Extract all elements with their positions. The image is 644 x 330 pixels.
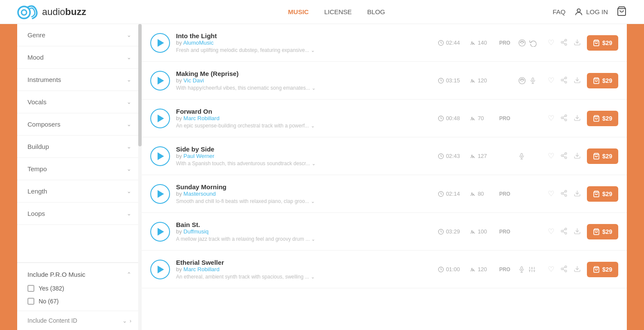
- expand-icon[interactable]: ⌄: [312, 161, 316, 167]
- track-bpm: 70: [470, 115, 493, 121]
- play-button[interactable]: [150, 109, 170, 128]
- pro-panel: Include P.R.O Music ⌃ Yes (382) No (67): [17, 262, 142, 311]
- chevron-down-icon: ⌄: [127, 54, 131, 61]
- like-button[interactable]: ♡: [548, 189, 554, 198]
- filter-mood[interactable]: Mood ⌄: [17, 46, 142, 69]
- share-button[interactable]: [560, 265, 568, 274]
- filter-vocals[interactable]: Vocals ⌄: [17, 91, 142, 113]
- pro-yes-option[interactable]: Yes (382): [27, 285, 131, 292]
- expand-icon[interactable]: ⌄: [312, 85, 316, 91]
- download-button[interactable]: [574, 227, 581, 236]
- svg-point-24: [565, 115, 566, 116]
- download-button[interactable]: [574, 39, 581, 47]
- track-artist-link[interactable]: Marc Robillard: [183, 115, 219, 121]
- like-button[interactable]: ♡: [548, 76, 554, 85]
- chevron-down-icon: ⌄: [127, 121, 131, 127]
- track-artist-line: by Vic Davi: [176, 77, 432, 84]
- nav-license[interactable]: LICENSE: [324, 8, 352, 15]
- track-artist-link[interactable]: Paul Werner: [183, 153, 214, 159]
- bpm-icon: [470, 266, 476, 272]
- buy-button[interactable]: $29: [587, 148, 618, 164]
- mic-icon: [529, 77, 536, 84]
- track-duration: 01:00: [438, 266, 464, 272]
- download-button[interactable]: [574, 190, 581, 198]
- cart-button[interactable]: [617, 6, 627, 18]
- buy-button[interactable]: $29: [587, 262, 618, 277]
- pro-panel-header[interactable]: Include P.R.O Music ⌃: [27, 271, 131, 278]
- track-artist-link[interactable]: Marc Robillard: [183, 266, 219, 272]
- content-id-filter[interactable]: Include Content ID ⌄ ›: [17, 311, 142, 330]
- filter-instruments-label: Instruments: [27, 76, 61, 83]
- download-button[interactable]: [574, 76, 581, 85]
- track-description: An epic suspense-building orchestral tra…: [176, 123, 309, 129]
- buy-button[interactable]: $29: [587, 111, 618, 126]
- main-nav: MUSIC LICENSE BLOG: [288, 8, 385, 15]
- like-button[interactable]: ♡: [548, 114, 554, 123]
- svg-point-5: [565, 39, 566, 41]
- faq-link[interactable]: FAQ: [553, 8, 565, 15]
- svg-rect-59: [521, 266, 522, 269]
- nav-blog[interactable]: BLOG: [367, 8, 385, 15]
- like-button[interactable]: ♡: [548, 227, 554, 236]
- filter-loops[interactable]: Loops ⌄: [17, 203, 142, 225]
- buy-button[interactable]: $29: [587, 186, 618, 202]
- like-button[interactable]: ♡: [548, 265, 554, 274]
- filter-tempo[interactable]: Tempo ⌄: [17, 158, 142, 180]
- play-button[interactable]: [150, 184, 170, 204]
- svg-point-1: [21, 10, 27, 15]
- track-artist-link[interactable]: Duffmusiq: [183, 228, 208, 235]
- filter-length[interactable]: Length ⌄: [17, 180, 142, 203]
- buy-button[interactable]: $29: [587, 35, 618, 51]
- buy-button[interactable]: $29: [587, 73, 618, 88]
- track-artist-link[interactable]: AlumoMusic: [183, 39, 214, 46]
- filter-genre-label: Genre: [27, 31, 46, 39]
- play-button[interactable]: [150, 71, 170, 91]
- like-button[interactable]: ♡: [548, 151, 554, 160]
- download-button[interactable]: [574, 265, 581, 274]
- expand-icon[interactable]: ⌄: [311, 236, 315, 242]
- expand-icon[interactable]: ⌄: [311, 274, 315, 280]
- track-bpm: 120: [470, 266, 493, 272]
- track-row: Bain St. by Duffmusiq A mellow jazz trac…: [142, 213, 627, 251]
- share-button[interactable]: [560, 227, 568, 236]
- svg-point-37: [565, 157, 566, 158]
- share-button[interactable]: [560, 76, 568, 85]
- play-button[interactable]: [150, 146, 170, 166]
- share-button[interactable]: [560, 190, 568, 198]
- track-description: With a Spanish touch, this adventurous s…: [176, 160, 310, 167]
- track-description: An ethereal, ambient synth track with sp…: [176, 274, 309, 280]
- play-button[interactable]: [150, 260, 170, 279]
- share-button[interactable]: [560, 39, 568, 47]
- share-button[interactable]: [560, 152, 568, 160]
- filter-buildup[interactable]: Buildup ⌄: [17, 136, 142, 158]
- pro-yes-checkbox[interactable]: [27, 285, 34, 292]
- download-button[interactable]: [574, 114, 581, 123]
- filter-composers[interactable]: Composers ⌄: [17, 113, 142, 136]
- filters-list: Genre ⌄ Mood ⌄ Instruments ⌄ Vocals ⌄ Co…: [17, 24, 142, 262]
- play-button[interactable]: [150, 222, 170, 242]
- filter-genre[interactable]: Genre ⌄: [17, 24, 142, 46]
- pro-no-checkbox[interactable]: [27, 298, 34, 305]
- play-button[interactable]: [150, 33, 170, 53]
- track-artist-link[interactable]: Vic Davi: [183, 77, 204, 84]
- share-button[interactable]: [560, 114, 568, 123]
- pro-no-option[interactable]: No (67): [27, 298, 131, 305]
- filter-instruments[interactable]: Instruments ⌄: [17, 69, 142, 91]
- filter-length-label: Length: [27, 188, 47, 195]
- nav-music[interactable]: MUSIC: [288, 8, 309, 15]
- download-button[interactable]: [574, 152, 581, 160]
- svg-point-18: [565, 81, 566, 83]
- like-button[interactable]: ♡: [548, 38, 554, 47]
- expand-icon[interactable]: ⌄: [311, 123, 315, 129]
- bpm-icon: [470, 153, 476, 159]
- login-button[interactable]: LOG IN: [574, 7, 608, 17]
- expand-icon[interactable]: ⌄: [311, 199, 315, 204]
- expand-icon[interactable]: ⌄: [311, 48, 315, 53]
- track-artist-link[interactable]: Mastersound: [183, 191, 216, 197]
- track-bpm: 80: [470, 191, 493, 197]
- svg-point-53: [565, 232, 566, 234]
- share-icon: [560, 265, 568, 272]
- buy-button[interactable]: $29: [587, 224, 618, 239]
- logo[interactable]: audiobuzz: [17, 4, 86, 20]
- track-info: Forward On by Marc Robillard An epic sus…: [176, 108, 432, 129]
